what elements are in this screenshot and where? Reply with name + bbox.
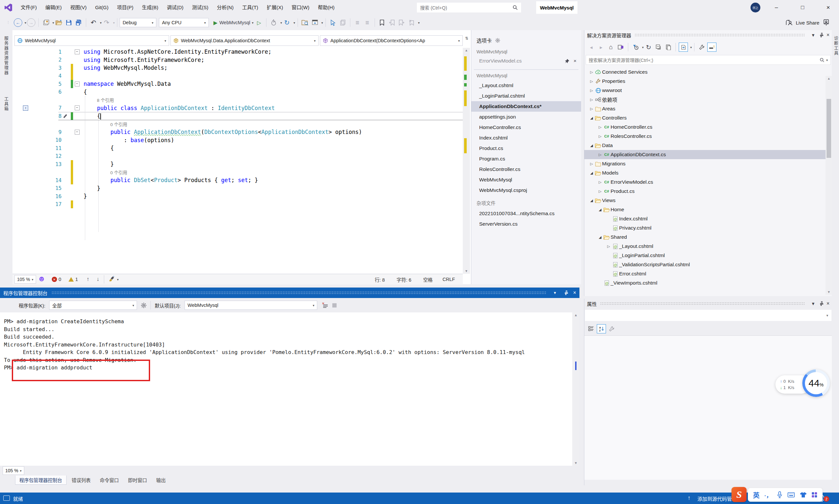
tree-item-Error.cshtml[interactable]: @Error.cshtml — [584, 269, 832, 278]
tree-expander[interactable]: ◢ — [589, 143, 594, 148]
tree-expander[interactable]: ▷ — [597, 134, 603, 139]
property-pages-wrench-icon[interactable] — [607, 325, 616, 333]
outdent-icon[interactable]: ≣ — [363, 18, 372, 28]
next-bookmark-icon[interactable] — [398, 18, 406, 28]
redo-icon[interactable]: ↷ — [102, 18, 111, 28]
tree-item-依赖项[interactable]: ▷依赖项 — [584, 95, 832, 104]
tree-item-Privacy.cshtml[interactable]: @Privacy.cshtml — [584, 223, 832, 233]
open-folder-icon[interactable] — [55, 18, 63, 28]
menu-项目(P)[interactable]: 项目(P) — [113, 0, 138, 15]
maximize-button[interactable]: □ — [795, 0, 810, 15]
feedback-person-icon[interactable] — [822, 18, 831, 28]
pin-icon[interactable] — [563, 290, 568, 295]
scroll-up-icon[interactable]: ▲ — [463, 48, 470, 53]
open-tab-item[interactable]: WebMvcMysql — [471, 175, 581, 185]
add-to-source-control-icon[interactable]: ↑ — [687, 494, 691, 501]
configuration-select[interactable]: Debug▾ — [120, 18, 156, 27]
code-cleanup-icon[interactable] — [109, 276, 115, 283]
tree-item-Shared[interactable]: ◢Shared — [584, 233, 832, 242]
tree-scrollbar[interactable]: ▲ ▼ — [825, 76, 832, 295]
tree-item-Data[interactable]: ◢Data — [584, 141, 832, 150]
bookmark-dropdown[interactable]: ▾ — [418, 21, 420, 24]
close-icon[interactable]: × — [826, 32, 829, 38]
editor-scrollbar[interactable]: ▲ ▼ — [463, 48, 470, 274]
open-tab-item[interactable]: _LoginPartial.cshtml — [471, 91, 581, 101]
tree-expander[interactable]: ▷ — [597, 125, 603, 129]
properties-wrench-icon[interactable] — [697, 43, 706, 51]
tree-expander[interactable]: ▷ — [589, 79, 594, 84]
tree-expander[interactable]: ▷ — [597, 152, 603, 157]
alphabetical-sort-icon[interactable]: AZ — [597, 324, 606, 334]
ime-language-toggle[interactable]: 英 — [753, 490, 759, 500]
open-tab-item[interactable]: HomeController.cs — [471, 122, 581, 133]
memory-percent-widget[interactable]: 44% — [802, 370, 830, 397]
menu-编辑(E)[interactable]: 编辑(E) — [41, 0, 66, 15]
filter-dropdown[interactable]: ▾ — [642, 46, 644, 49]
navigate-cursor-icon[interactable] — [329, 18, 337, 28]
tree-expander[interactable]: ◢ — [589, 116, 594, 120]
tree-expander[interactable]: ▷ — [589, 88, 594, 93]
menu-工具(T)[interactable]: 工具(T) — [238, 0, 263, 15]
tree-item-_Layout.cshtml[interactable]: ▷@_Layout.cshtml — [584, 242, 832, 251]
scroll-thumb[interactable] — [826, 99, 831, 158]
console-scrollbar[interactable]: ▲ ▼ — [572, 312, 579, 466]
properties-header[interactable]: 属性 ▼ × — [584, 299, 832, 308]
tree-item-wwwroot[interactable]: ▷wwwroot — [584, 86, 832, 95]
close-icon[interactable]: × — [826, 301, 829, 307]
account-avatar[interactable]: 创上 — [751, 3, 761, 13]
menu-扩展(X)[interactable]: 扩展(X) — [263, 0, 287, 15]
restart-dropdown[interactable]: ▾ — [294, 21, 295, 24]
pmc-console[interactable]: PM> add-migration CreateIdentitySchemaBu… — [0, 312, 579, 466]
forward-icon[interactable]: ▸ — [597, 43, 605, 51]
codelens-references[interactable]: 0 个引用 — [84, 170, 127, 175]
menu-调试(D)[interactable]: 调试(D) — [162, 0, 188, 15]
home-icon[interactable]: ⌂ — [607, 43, 615, 51]
breadcrumb-type-select[interactable]: WebMvcMysql.Data.ApplicationDbContext▾ — [171, 35, 318, 46]
live-share-label[interactable]: Live Share — [796, 20, 819, 25]
indent-icon[interactable]: ≣ — [353, 18, 362, 28]
microphone-icon[interactable] — [777, 491, 783, 499]
codelens-health-icon[interactable] — [39, 276, 45, 283]
bottom-tab-即时窗口[interactable]: 即时窗口 — [124, 475, 151, 484]
bottom-tab-命令窗口[interactable]: 命令窗口 — [96, 475, 123, 484]
editor-zoom-select[interactable]: 105 %▾ — [14, 275, 36, 284]
back-icon[interactable]: ◂ — [587, 43, 595, 51]
panel-menu-icon[interactable]: ▼ — [553, 291, 557, 295]
open-tab-item[interactable]: RolesController.cs — [471, 164, 581, 175]
bottom-tab-错误列表[interactable]: 错误列表 — [68, 475, 95, 484]
start-debug-button[interactable]: ▶WebMvcMysql▾ — [213, 18, 254, 28]
new-project-icon[interactable]: ✱ — [41, 18, 50, 28]
navigate-back-button[interactable]: ← — [14, 18, 22, 28]
warning-count[interactable]: 1 — [69, 277, 78, 282]
scroll-up-icon[interactable]: ▲ — [572, 312, 579, 318]
bottom-tab-程序包管理器控制台[interactable]: 程序包管理器控制台 — [15, 475, 67, 485]
pending-changes-filter-icon[interactable] — [631, 43, 640, 51]
background-tasks-icon[interactable] — [3, 496, 10, 501]
menu-帮助(H)[interactable]: 帮助(H) — [314, 0, 339, 15]
tree-item-Migrations[interactable]: ▷Migrations — [584, 159, 832, 168]
ime-punctuation-toggle[interactable]: ·， — [764, 491, 772, 499]
left-strip-tab[interactable]: 服务器资源管理器 — [3, 36, 9, 75]
open-tab-item[interactable]: 2022101007034...ntitySchema.cs — [471, 208, 581, 219]
menu-测试(S)[interactable]: 测试(S) — [188, 0, 213, 15]
next-issue-icon[interactable]: ↓ — [97, 276, 99, 283]
stop-icon[interactable] — [332, 303, 336, 307]
default-project-select[interactable]: WebMvcMysql▾ — [185, 301, 317, 310]
open-tab-item[interactable]: Index.cshtml — [471, 133, 581, 143]
tree-item-HomeController.cs[interactable]: ▷C#HomeController.cs — [584, 123, 832, 132]
panel-menu-icon[interactable]: ▼ — [811, 301, 816, 306]
tree-expander[interactable]: ▷ — [589, 97, 594, 102]
breadcrumb-project-select[interactable]: WebMvcMysql▾ — [14, 35, 169, 46]
categorized-icon[interactable] — [587, 325, 595, 333]
solution-explorer-sync-icon[interactable] — [311, 18, 319, 28]
toolbox-grid-icon[interactable] — [811, 492, 817, 498]
tree-item-Properties[interactable]: ▷Properties — [584, 77, 832, 86]
close-tab-icon[interactable]: × — [574, 58, 576, 64]
switch-views-icon[interactable] — [616, 43, 625, 51]
open-tab-item[interactable]: ServerVersion.cs — [471, 219, 581, 229]
add-to-source-control-label[interactable]: 添加到源代码管理 — [697, 495, 737, 502]
pin-icon[interactable] — [819, 33, 823, 37]
properties-object-select[interactable]: ▾ — [585, 310, 832, 321]
tree-expander[interactable]: ◢ — [597, 208, 603, 212]
gear-icon[interactable] — [495, 38, 500, 43]
